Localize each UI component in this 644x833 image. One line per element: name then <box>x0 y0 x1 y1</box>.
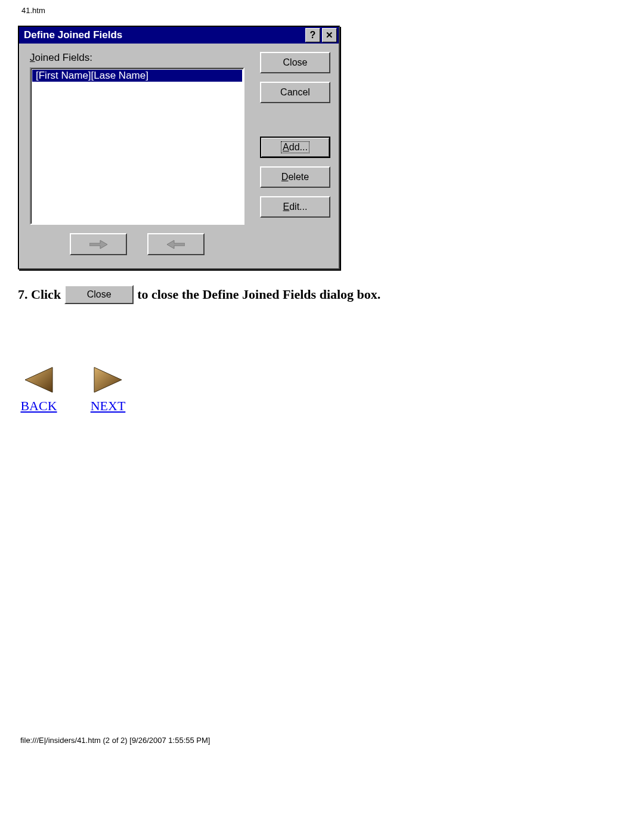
inline-close-button-label: Close <box>87 289 112 300</box>
arrow-left-icon <box>167 240 185 249</box>
joined-fields-label: Joined Fields: <box>30 52 244 64</box>
list-item[interactable]: [First Name][Lase Name] <box>32 70 242 82</box>
nav-row: BACK NEXT <box>18 364 632 414</box>
cancel-button[interactable]: Cancel <box>260 82 330 103</box>
close-window-button[interactable]: ✕ <box>322 28 337 42</box>
edit-button-label: Edit... <box>283 202 308 212</box>
dialog-define-joined-fields: Define Joined Fields ? ✕ Joined Fields: … <box>18 26 340 270</box>
instruction-step-7: 7. Click Close to close the Define Joine… <box>18 285 632 304</box>
page-header-filename: 41.htm <box>21 6 632 15</box>
back-arrow-icon <box>23 364 55 396</box>
reorder-arrow-row <box>30 233 244 255</box>
add-button-label: Add... <box>281 141 309 153</box>
delete-button-label: Delete <box>281 172 309 182</box>
inline-close-button: Close <box>64 285 134 304</box>
nav-next[interactable]: NEXT <box>87 364 129 414</box>
help-icon: ? <box>310 30 316 41</box>
add-button[interactable]: Add... <box>260 137 330 158</box>
delete-button[interactable]: Delete <box>260 166 330 188</box>
move-left-button[interactable] <box>147 233 205 255</box>
close-button[interactable]: Close <box>260 52 330 73</box>
help-button[interactable]: ? <box>305 28 320 42</box>
instruction-prefix: 7. Click <box>18 287 61 302</box>
arrow-right-icon <box>89 240 107 249</box>
joined-fields-listbox[interactable]: [First Name][Lase Name] <box>30 67 244 225</box>
move-right-button[interactable] <box>70 233 127 255</box>
nav-back[interactable]: BACK <box>18 364 60 414</box>
close-icon: ✕ <box>326 30 333 41</box>
svg-marker-1 <box>94 367 122 392</box>
dialog-titlebar: Define Joined Fields ? ✕ <box>19 27 339 44</box>
svg-marker-0 <box>25 367 52 392</box>
page-footer: file:///E|/insiders/41.htm (2 of 2) [9/2… <box>20 736 210 745</box>
close-button-label: Close <box>283 57 308 68</box>
nav-back-label[interactable]: BACK <box>20 398 57 414</box>
edit-button[interactable]: Edit... <box>260 196 330 218</box>
nav-next-label[interactable]: NEXT <box>91 398 126 414</box>
instruction-suffix: to close the Define Joined Fields dialog… <box>137 287 380 302</box>
cancel-button-label: Cancel <box>280 87 310 98</box>
next-arrow-icon <box>92 364 124 396</box>
dialog-title: Define Joined Fields <box>24 29 305 41</box>
